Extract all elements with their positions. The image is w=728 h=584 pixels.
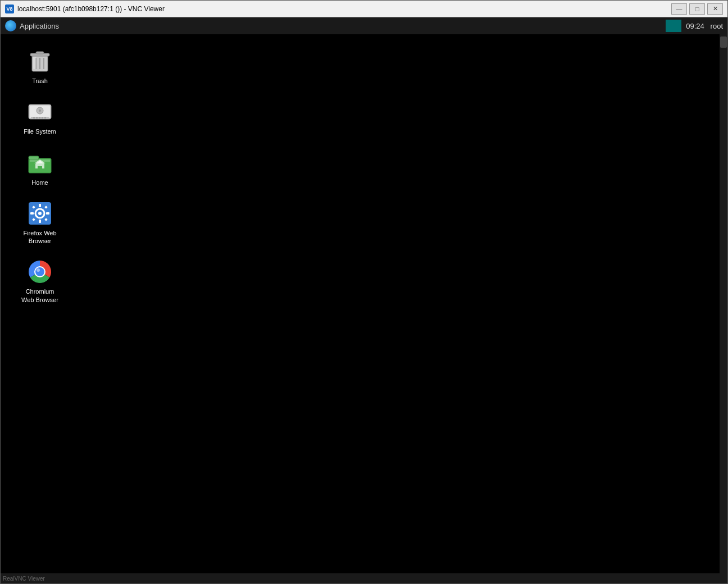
home-icon: [26, 149, 53, 176]
right-side-panel: [720, 34, 727, 573]
svg-point-16: [39, 110, 41, 112]
svg-rect-18: [29, 156, 39, 159]
home-label: Home: [31, 179, 48, 186]
svg-rect-6: [33, 57, 36, 69]
side-handle-1: [720, 36, 727, 48]
bottom-label: RealVNC Viewer: [3, 576, 45, 582]
trash-icon-item[interactable]: Trash: [17, 45, 62, 87]
chromium-icon: [26, 258, 53, 285]
svg-point-35: [35, 267, 44, 276]
vnc-content: Applications 09:24 root: [1, 17, 727, 583]
svg-rect-27: [30, 212, 34, 215]
chromium-icon-item[interactable]: Chromium Web Browser: [17, 256, 62, 306]
vnc-window: V8 localhost:5901 (afc1b098b127:1 ()) - …: [0, 0, 728, 584]
trash-label: Trash: [32, 77, 48, 85]
firefox-icon: [26, 200, 53, 227]
filesystem-label: File System: [24, 127, 56, 135]
vnc-icon: V8: [5, 4, 14, 13]
svg-rect-10: [33, 117, 35, 118]
top-taskbar: Applications 09:24 root: [1, 17, 727, 34]
svg-rect-25: [39, 204, 41, 207]
svg-rect-12: [39, 117, 40, 118]
svg-rect-13: [42, 117, 43, 118]
svg-rect-28: [46, 212, 49, 215]
firefox-icon-item[interactable]: Firefox Web Browser: [17, 198, 62, 248]
title-bar: V8 localhost:5901 (afc1b098b127:1 ()) - …: [1, 1, 727, 17]
svg-rect-26: [39, 220, 41, 223]
close-button[interactable]: ✕: [707, 3, 723, 15]
svg-rect-14: [44, 117, 46, 118]
svg-rect-2: [36, 52, 44, 54]
svg-point-36: [37, 268, 40, 272]
window-controls: — □ ✕: [671, 3, 723, 15]
home-icon-item[interactable]: Home: [17, 147, 62, 189]
maximize-button[interactable]: □: [689, 3, 705, 15]
clock-display: 09:24 root: [686, 22, 723, 30]
svg-point-24: [38, 212, 42, 215]
taskbar-right: 09:24 root: [666, 17, 723, 34]
teal-indicator: [666, 20, 681, 32]
filesystem-icon-item[interactable]: File System: [17, 96, 62, 138]
desktop-icons-container: Trash: [17, 45, 62, 306]
bottom-bar: RealVNC Viewer: [1, 573, 727, 583]
window-title: localhost:5901 (afc1b098b127:1 ()) - VNC…: [17, 5, 671, 13]
desktop: Trash: [1, 34, 727, 573]
applications-icon: [5, 20, 16, 31]
applications-label[interactable]: Applications: [20, 22, 59, 30]
minimize-button[interactable]: —: [671, 3, 687, 15]
chromium-label: Chromium Web Browser: [20, 288, 60, 304]
firefox-label: Firefox Web Browser: [20, 229, 60, 245]
svg-rect-11: [36, 117, 38, 118]
taskbar-left: Applications: [5, 20, 59, 31]
filesystem-icon: [26, 98, 53, 125]
trash-icon: [26, 48, 53, 75]
